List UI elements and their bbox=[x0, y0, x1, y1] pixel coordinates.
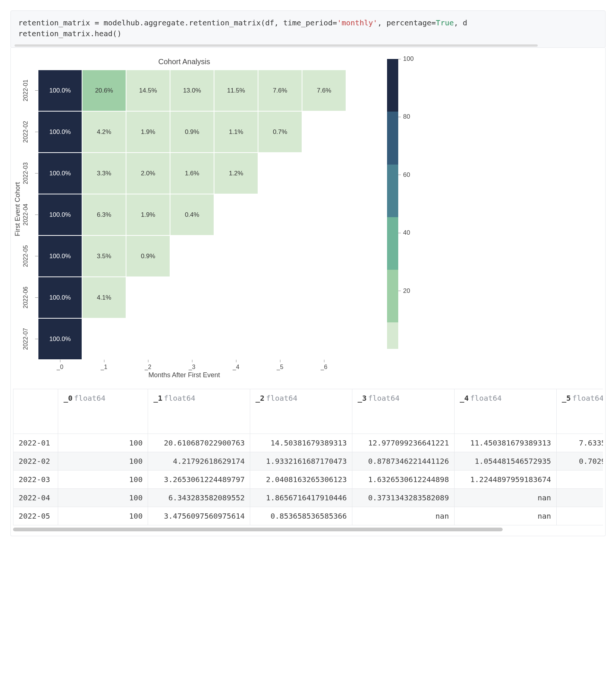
table-row: 2022-021004.217926186291741.933216168717… bbox=[13, 452, 603, 471]
heatmap-cell bbox=[170, 235, 214, 277]
heatmap-cell: 13.0% bbox=[170, 70, 214, 111]
colorbar-tick: 60 bbox=[398, 171, 410, 179]
output-area: First Event Cohort Cohort Analysis 2022-… bbox=[10, 48, 606, 536]
heatmap-cell bbox=[170, 277, 214, 318]
heatmap-cell: 11.5% bbox=[214, 70, 258, 111]
y-tick-label: 2022-07 bbox=[22, 328, 32, 350]
heatmap-row: 2022-01100.0%20.6%14.5%13.0%11.5%7.6%7.6… bbox=[22, 70, 346, 111]
heatmap-cell bbox=[258, 235, 302, 277]
heatmap-cell bbox=[258, 277, 302, 318]
y-tick-label: 2022-01 bbox=[22, 79, 32, 101]
x-tick-label: _4 bbox=[233, 364, 239, 371]
heatmap-cell: 14.5% bbox=[126, 70, 170, 111]
y-axis-label: First Event Cohort bbox=[13, 182, 22, 236]
heatmap-cell: 4.2% bbox=[82, 111, 126, 153]
dataframe-cell bbox=[556, 489, 603, 507]
heatmap-cell: 100.0% bbox=[38, 277, 82, 318]
table-row: 2022-0110020.61068702290076314.503816793… bbox=[13, 434, 603, 452]
colorbar-tick: 40 bbox=[398, 229, 410, 237]
dataframe-row-index: 2022-03 bbox=[13, 471, 58, 489]
heatmap-cell bbox=[82, 318, 126, 360]
heatmap-row: 2022-06100.0%4.1% bbox=[22, 277, 346, 318]
dataframe-cell: 0.7029876977 bbox=[556, 452, 603, 471]
dataframe-cell: 1.8656716417910446 bbox=[250, 489, 352, 507]
dataframe-cell: 1.2244897959183674 bbox=[454, 471, 556, 489]
dataframe-cell: 14.50381679389313 bbox=[250, 434, 352, 452]
dataframe-row-index: 2022-05 bbox=[13, 507, 58, 525]
heatmap-cell bbox=[258, 194, 302, 235]
code-scrollbar[interactable] bbox=[10, 44, 606, 48]
heatmap-row: 2022-03100.0%3.3%2.0%1.6%1.2% bbox=[22, 153, 346, 194]
dataframe-cell: 0.8787346221441126 bbox=[352, 452, 455, 471]
dataframe-cell: 0.3731343283582089 bbox=[352, 489, 455, 507]
heatmap-cell bbox=[170, 318, 214, 360]
heatmap-row: 2022-04100.0%6.3%1.9%0.4% bbox=[22, 194, 346, 235]
heatmap-cell: 1.9% bbox=[126, 194, 170, 235]
heatmap-cell bbox=[302, 194, 346, 235]
dataframe-cell: nan bbox=[454, 507, 556, 525]
colorbar-tick: 20 bbox=[398, 287, 410, 295]
dataframe-cell: 3.2653061224489797 bbox=[148, 471, 250, 489]
heatmap-cell bbox=[302, 318, 346, 360]
heatmap-cell: 6.3% bbox=[82, 194, 126, 235]
heatmap-row: 2022-05100.0%3.5%0.9% bbox=[22, 235, 346, 277]
heatmap-cell bbox=[214, 235, 258, 277]
dataframe-scrollbar-thumb[interactable] bbox=[13, 528, 503, 531]
heatmap-cell: 20.6% bbox=[82, 70, 126, 111]
colorbar: 10080604020 bbox=[387, 59, 421, 349]
dataframe-cell: 3.4756097560975614 bbox=[148, 507, 250, 525]
heatmap-cell: 100.0% bbox=[38, 153, 82, 194]
heatmap-cell bbox=[126, 277, 170, 318]
y-tick-label: 2022-02 bbox=[22, 121, 32, 143]
heatmap-cell bbox=[214, 318, 258, 360]
dataframe-cell: nan bbox=[454, 489, 556, 507]
heatmap-cell bbox=[302, 153, 346, 194]
dataframe-column-header: _2float64 bbox=[250, 389, 352, 434]
x-tick-label: _0 bbox=[57, 364, 63, 371]
dataframe-index-header bbox=[13, 389, 58, 434]
y-tick-label: 2022-06 bbox=[22, 287, 32, 309]
heatmap-cell: 0.9% bbox=[170, 111, 214, 153]
y-tick-label: 2022-05 bbox=[22, 245, 32, 267]
dataframe-cell: 1.6326530612244898 bbox=[352, 471, 455, 489]
table-row: 2022-051003.47560975609756140.8536585365… bbox=[13, 507, 603, 525]
cohort-heatmap-figure: First Event Cohort Cohort Analysis 2022-… bbox=[13, 54, 603, 379]
heatmap-cell: 2.0% bbox=[126, 153, 170, 194]
dataframe-scroll: _0float64_1float64_2float64_3float64_4fl… bbox=[13, 389, 603, 532]
dataframe-cell: 2.0408163265306123 bbox=[250, 471, 352, 489]
heatmap-cell bbox=[258, 153, 302, 194]
heatmap-cell: 0.9% bbox=[126, 235, 170, 277]
dataframe-cell: 100 bbox=[58, 489, 148, 507]
dataframe-cell: 11.450381679389313 bbox=[454, 434, 556, 452]
dataframe-cell: 4.21792618629174 bbox=[148, 452, 250, 471]
code-line-1: retention_matrix = modelhub.aggregate.re… bbox=[18, 18, 598, 28]
heatmap-row: 2022-07100.0% bbox=[22, 318, 346, 360]
dataframe-cell: nan bbox=[352, 507, 455, 525]
heatmap-cell: 3.3% bbox=[82, 153, 126, 194]
dataframe-row-index: 2022-04 bbox=[13, 489, 58, 507]
dataframe-cell: 100 bbox=[58, 452, 148, 471]
dataframe-cell: 100 bbox=[58, 507, 148, 525]
dataframe-cell: 12.977099236641221 bbox=[352, 434, 455, 452]
heatmap-cell: 100.0% bbox=[38, 194, 82, 235]
heatmap-cell bbox=[126, 318, 170, 360]
dataframe-scrollbar[interactable] bbox=[13, 527, 603, 532]
dataframe-cell: 20.610687022900763 bbox=[148, 434, 250, 452]
dataframe-cell bbox=[556, 507, 603, 525]
chart-title: Cohort Analysis bbox=[158, 57, 210, 66]
heatmap-cell: 0.7% bbox=[258, 111, 302, 153]
code-scrollbar-thumb[interactable] bbox=[15, 44, 538, 47]
heatmap-cell bbox=[258, 318, 302, 360]
dataframe-table: _0float64_1float64_2float64_3float64_4fl… bbox=[13, 389, 603, 525]
dataframe-column-header: _0float64 bbox=[58, 389, 148, 434]
table-row: 2022-041006.3432835820895521.86567164179… bbox=[13, 489, 603, 507]
x-tick-label: _1 bbox=[101, 364, 107, 371]
heatmap-cell: 1.9% bbox=[126, 111, 170, 153]
x-tick-label: _3 bbox=[189, 364, 195, 371]
colorbar-tick: 100 bbox=[398, 55, 414, 63]
dataframe-cell: 7.6335877862 bbox=[556, 434, 603, 452]
heatmap-cell: 100.0% bbox=[38, 70, 82, 111]
heatmap-cell: 3.5% bbox=[82, 235, 126, 277]
heatmap-cell: 1.1% bbox=[214, 111, 258, 153]
code-cell: retention_matrix = modelhub.aggregate.re… bbox=[10, 10, 606, 46]
